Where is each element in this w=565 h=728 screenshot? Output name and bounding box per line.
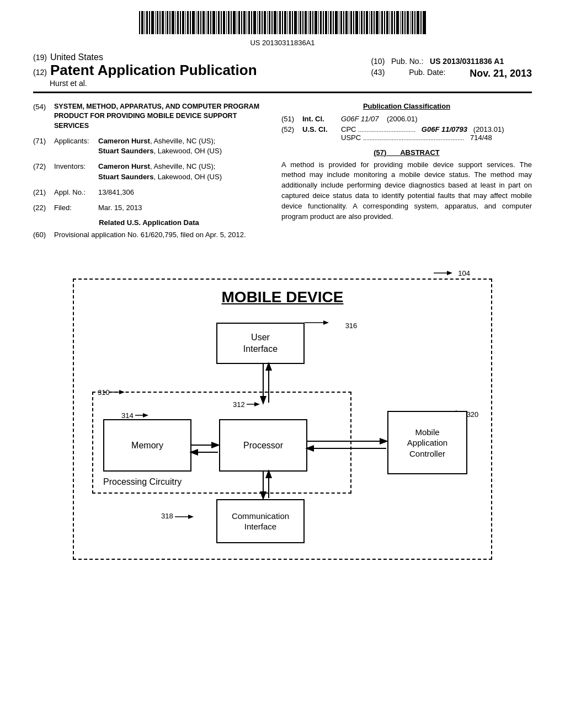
svg-rect-35 (228, 11, 230, 34)
us-cl-field: (52) U.S. Cl. CPC ......................… (281, 125, 532, 142)
ref-316-label: 316 (305, 317, 357, 330)
svg-rect-100 (394, 11, 395, 34)
svg-rect-78 (339, 11, 339, 34)
svg-rect-6 (155, 11, 156, 34)
pub-date-line: (43) Pub. Date: Nov. 21, 2013 (371, 68, 532, 79)
svg-rect-56 (282, 11, 283, 34)
svg-rect-22 (196, 11, 196, 34)
cpc-year: (2013.01) (473, 125, 504, 133)
page: US 20130311836A1 (19) United States (12)… (0, 0, 565, 728)
svg-rect-26 (206, 11, 206, 34)
svg-rect-24 (200, 11, 201, 34)
svg-rect-64 (302, 11, 303, 34)
ref-312-arrow (247, 400, 263, 409)
barcode-icon (139, 11, 426, 34)
svg-rect-17 (182, 11, 184, 34)
filed-num: (22) (33, 203, 54, 213)
appl-num: (21) (33, 188, 54, 197)
svg-rect-106 (410, 11, 411, 34)
svg-rect-8 (159, 11, 161, 34)
svg-rect-69 (315, 11, 317, 34)
memory-label: Memory (131, 441, 163, 451)
related-data-title: Related U.S. Application Data (33, 218, 265, 227)
filed-label: Filed: (54, 203, 98, 213)
svg-rect-57 (284, 11, 286, 34)
inventors-value: Cameron Hurst, Asheville, NC (US); Stuar… (98, 162, 265, 181)
svg-rect-14 (175, 11, 176, 34)
ref-318-label: 318 (161, 512, 197, 521)
svg-rect-4 (149, 11, 150, 34)
svg-rect-25 (202, 11, 205, 34)
svg-rect-109 (417, 11, 419, 34)
svg-rect-94 (380, 11, 380, 34)
ref-104-label: 104 (434, 267, 470, 279)
ref-318-arrow (175, 512, 197, 521)
comm-label: CommunicationInterface (232, 511, 289, 532)
barcode-area (33, 11, 532, 36)
inventors-num: (72) (33, 162, 54, 181)
svg-rect-19 (187, 11, 189, 34)
svg-rect-7 (157, 11, 158, 34)
int-cl-code: G06F 11/07 (341, 115, 379, 123)
int-cl-field: (51) Int. Cl. G06F 11/07 (2006.01) (281, 115, 532, 123)
svg-rect-20 (190, 11, 191, 34)
svg-rect-93 (376, 11, 379, 34)
svg-rect-62 (298, 11, 299, 34)
svg-rect-34 (226, 11, 227, 34)
body-section: (54) SYSTEM, METHOD, APPARATUS, AND COMP… (33, 102, 532, 246)
svg-rect-40 (241, 11, 242, 34)
svg-rect-3 (146, 11, 148, 34)
svg-rect-98 (390, 11, 390, 34)
mac-label: MobileApplicationController (407, 427, 447, 459)
us-cl-num: (52) (281, 125, 302, 142)
diagram-container: 104 MOBILE DEVICE 316 UserInterface (67, 262, 498, 571)
svg-rect-39 (238, 11, 240, 34)
processor-label: Processor (243, 441, 283, 451)
svg-rect-36 (231, 11, 232, 34)
svg-rect-87 (361, 11, 363, 34)
int-cl-label: Int. Cl. (302, 115, 341, 123)
svg-rect-45 (253, 11, 256, 34)
appl-label: Appl. No.: (54, 188, 98, 197)
svg-marker-118 (119, 390, 125, 394)
svg-rect-2 (145, 11, 145, 34)
svg-rect-97 (386, 11, 388, 34)
us-cl-label: U.S. Cl. (302, 125, 341, 142)
svg-rect-61 (294, 11, 297, 34)
pub-date-value: Nov. 21, 2013 (470, 68, 532, 79)
svg-marker-122 (143, 413, 148, 417)
svg-rect-91 (371, 11, 372, 34)
ref-104-text: 104 (458, 269, 470, 277)
svg-rect-21 (192, 11, 195, 34)
mobile-device-label: MOBILE DEVICE (67, 288, 498, 306)
abstract-num: (57) (374, 148, 386, 157)
svg-rect-83 (350, 11, 352, 34)
pub-date-label: Pub. Date: (409, 68, 445, 79)
cpc-dots: .................................. (358, 126, 415, 133)
uspc-code: 714/48 (470, 133, 492, 142)
svg-rect-50 (267, 11, 268, 34)
svg-rect-92 (374, 11, 375, 34)
inventors-label: Inventors: (54, 162, 98, 181)
header-section: (19) United States (12) Patent Applicati… (33, 52, 532, 93)
svg-rect-10 (165, 11, 166, 34)
ref-320-text: 320 (467, 410, 479, 419)
svg-rect-5 (151, 11, 154, 34)
svg-rect-63 (300, 11, 301, 34)
svg-rect-104 (404, 11, 406, 34)
svg-rect-31 (218, 11, 220, 34)
svg-rect-9 (162, 11, 164, 34)
svg-rect-29 (212, 11, 215, 34)
svg-rect-46 (257, 11, 258, 34)
svg-rect-102 (400, 11, 401, 34)
svg-rect-85 (355, 11, 358, 34)
svg-rect-108 (414, 11, 415, 34)
svg-rect-105 (407, 11, 409, 34)
type-num: (12) (33, 68, 47, 77)
svg-rect-30 (216, 11, 217, 34)
pub-classification-title: Publication Classification (281, 102, 532, 110)
svg-rect-59 (289, 11, 291, 34)
int-cl-content: G06F 11/07 (2006.01) (341, 115, 532, 123)
svg-rect-41 (243, 11, 246, 34)
svg-rect-90 (369, 11, 370, 34)
